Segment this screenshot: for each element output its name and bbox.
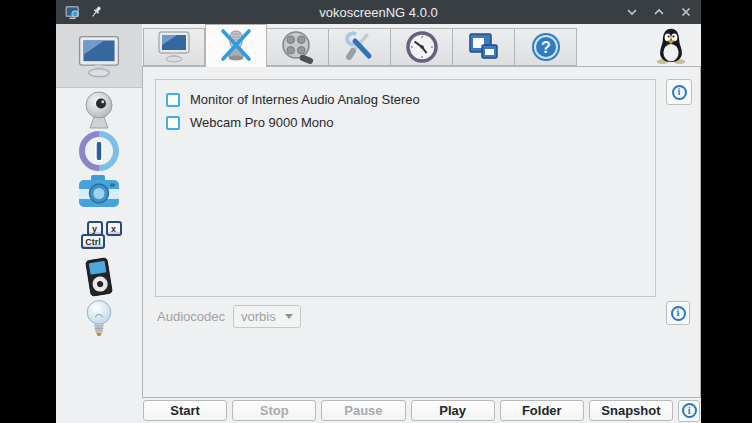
start-button[interactable]: Start: [143, 400, 227, 421]
device-list-info-button[interactable]: i: [666, 79, 692, 105]
stop-button: Stop: [232, 400, 316, 421]
play-button[interactable]: Play: [411, 400, 495, 421]
snapshot-button[interactable]: Snapshot: [589, 400, 673, 421]
audio-device-label: Monitor of Internes Audio Analog Stereo: [190, 92, 420, 107]
sidebar-item-help-tips[interactable]: [56, 298, 142, 340]
audio-tab-pane: Monitor of Internes Audio Analog Stereo …: [142, 66, 701, 398]
audio-device-list: Monitor of Internes Audio Analog Stereo …: [155, 79, 656, 297]
audiocodec-label: Audiocodec: [157, 309, 225, 324]
checkbox-audio-device-2[interactable]: [166, 116, 180, 130]
sidebar-item-webcam[interactable]: [56, 88, 142, 130]
sidebar-item-player[interactable]: [56, 256, 142, 298]
sidebar-item-screen[interactable]: [56, 24, 142, 88]
key-x: x: [106, 221, 122, 236]
screen-tab-icon: [156, 30, 192, 64]
tab-help[interactable]: ?: [515, 28, 577, 66]
sidebar-item-hotkeys[interactable]: y x Ctrl: [56, 214, 142, 256]
vokoscreen-app-icon: [65, 5, 80, 20]
audiocodec-value: vorbis: [241, 309, 276, 324]
audio-device-row[interactable]: Monitor of Internes Audio Analog Stereo: [166, 88, 645, 111]
tab-audio[interactable]: [205, 24, 267, 67]
lightbulb-icon: [82, 298, 116, 340]
tab-showclick[interactable]: [453, 28, 515, 66]
screen-icon: [75, 34, 123, 78]
audio-device-label: Webcam Pro 9000 Mono: [190, 115, 334, 130]
tab-bar: ?: [142, 24, 701, 66]
windows-tab-icon: [467, 30, 501, 64]
svg-text:?: ?: [541, 39, 551, 56]
webcam-icon: [77, 88, 121, 130]
pin-icon[interactable]: [89, 5, 103, 19]
main-area: ?: [142, 24, 701, 423]
tab-screen[interactable]: [143, 28, 205, 66]
tools-tab-icon: [342, 29, 378, 65]
titlebar: vokoscreenNG 4.0.0: [56, 0, 701, 24]
controls-bar: Start Stop Pause Play Folder Snapshot i: [142, 398, 701, 423]
sidebar-item-camera[interactable]: [56, 172, 142, 214]
power-ring-icon: [77, 129, 121, 173]
minimize-icon[interactable]: [626, 6, 638, 18]
folder-button[interactable]: Folder: [500, 400, 584, 421]
info-icon: i: [672, 85, 687, 100]
audio-device-row[interactable]: Webcam Pro 9000 Mono: [166, 111, 645, 134]
info-icon: i: [671, 306, 686, 321]
timer-clock-tab-icon: [404, 29, 440, 65]
media-player-icon: [80, 254, 118, 300]
chevron-down-icon: [285, 314, 293, 319]
key-ctrl: Ctrl: [81, 234, 105, 249]
tab-videocodec[interactable]: [267, 28, 329, 66]
checkbox-audio-device-1[interactable]: [166, 93, 180, 107]
window-title: vokoscreenNG 4.0.0: [56, 5, 701, 20]
videocodec-reel-tab-icon: [280, 29, 316, 65]
close-icon[interactable]: [680, 6, 692, 18]
hotkeys-icon: y x Ctrl: [77, 221, 122, 249]
app-window: vokoscreenNG 4.0.0: [56, 0, 701, 423]
tab-miscellaneous[interactable]: [329, 28, 391, 66]
maximize-icon[interactable]: [653, 6, 665, 18]
pause-button: Pause: [321, 400, 405, 421]
audio-microphone-tab-icon: [217, 27, 255, 65]
tux-penguin-icon: [649, 26, 693, 64]
audiocodec-row: Audiocodec vorbis: [157, 305, 301, 328]
help-tab-icon: ?: [529, 30, 563, 64]
camera-icon: [76, 173, 122, 213]
audiocodec-info-button[interactable]: i: [666, 301, 690, 325]
info-icon: i: [682, 403, 697, 418]
tab-timer[interactable]: [391, 28, 453, 66]
audiocodec-select[interactable]: vorbis: [233, 305, 301, 328]
controls-info-button[interactable]: i: [678, 400, 700, 422]
sidebar: y x Ctrl: [56, 24, 142, 423]
sidebar-item-systray[interactable]: [56, 130, 142, 172]
